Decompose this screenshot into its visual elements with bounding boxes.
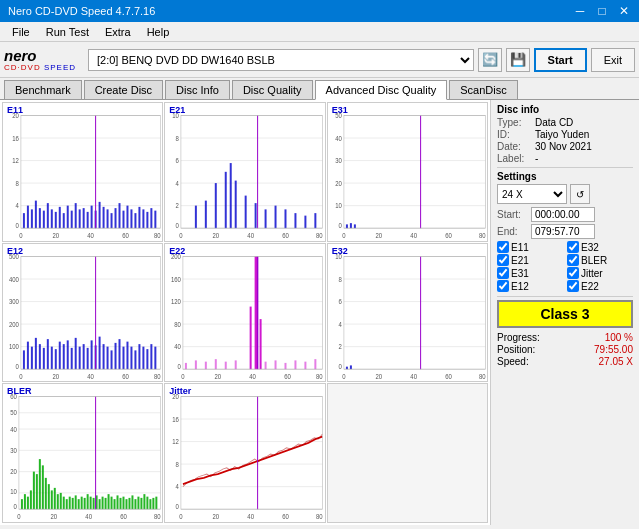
svg-text:80: 80 — [316, 232, 323, 240]
class-box: Class 3 — [497, 300, 633, 328]
svg-rect-85 — [181, 116, 322, 229]
svg-rect-192 — [315, 359, 317, 369]
svg-text:10: 10 — [173, 111, 180, 119]
checkbox-e11-label: E11 — [511, 242, 529, 253]
toolbar: nero CD·DVD SPEED [2:0] BENQ DVD DD DW16… — [0, 42, 639, 78]
svg-rect-263 — [105, 498, 107, 509]
drive-select[interactable]: [2:0] BENQ DVD DD DW1640 BSLB — [88, 49, 474, 71]
checkbox-e31[interactable] — [497, 267, 509, 279]
start-button[interactable]: Start — [534, 48, 587, 72]
info-id-label: ID: — [497, 129, 535, 140]
checkbox-e22[interactable] — [567, 280, 579, 292]
svg-text:20: 20 — [173, 393, 180, 401]
svg-text:20: 20 — [215, 372, 222, 380]
menubar: File Run Test Extra Help — [0, 22, 639, 42]
svg-rect-264 — [108, 494, 110, 509]
menu-runtest[interactable]: Run Test — [38, 24, 97, 40]
svg-text:0: 0 — [19, 372, 23, 380]
speed-select[interactable]: 24 X — [497, 184, 567, 204]
checkbox-e21[interactable] — [497, 254, 509, 266]
tab-advanced-disc-quality[interactable]: Advanced Disc Quality — [315, 80, 448, 100]
start-time-row: Start: 000:00.00 — [497, 207, 633, 222]
svg-rect-256 — [84, 498, 86, 509]
svg-rect-42 — [122, 211, 124, 229]
window-controls: ─ □ ✕ — [569, 0, 635, 22]
info-date-row: Date: 30 Nov 2021 — [497, 141, 633, 152]
minimize-button[interactable]: ─ — [569, 0, 591, 22]
svg-text:10: 10 — [10, 488, 17, 496]
svg-text:0: 0 — [17, 513, 21, 521]
checkbox-e31-label: E31 — [511, 268, 529, 279]
svg-rect-236 — [24, 494, 26, 509]
checkbox-e12-item: E12 — [497, 280, 563, 292]
svg-text:40: 40 — [248, 513, 255, 521]
svg-rect-212 — [346, 366, 348, 369]
svg-rect-273 — [134, 499, 136, 509]
right-panel: Disc info Type: Data CD ID: Taiyo Yuden … — [491, 100, 639, 525]
chart-jitter-svg: 20 16 12 8 4 0 0 20 40 60 80 — [165, 384, 324, 522]
svg-text:0: 0 — [16, 222, 20, 230]
svg-rect-155 — [142, 346, 144, 369]
svg-rect-41 — [119, 203, 121, 228]
svg-rect-257 — [87, 494, 89, 509]
info-type-value: Data CD — [535, 117, 573, 128]
svg-rect-80 — [285, 209, 287, 228]
svg-rect-188 — [275, 360, 277, 369]
svg-rect-146 — [107, 346, 109, 369]
svg-rect-270 — [125, 499, 127, 509]
logo-text: nero — [4, 48, 76, 63]
menu-help[interactable]: Help — [139, 24, 178, 40]
tab-disc-quality[interactable]: Disc Quality — [232, 80, 313, 99]
refresh-button[interactable]: 🔄 — [478, 48, 502, 72]
svg-rect-81 — [295, 213, 297, 228]
save-button[interactable]: 💾 — [506, 48, 530, 72]
svg-text:200: 200 — [171, 252, 181, 260]
window-title: Nero CD-DVD Speed 4.7.7.16 — [8, 5, 155, 17]
svg-text:400: 400 — [9, 275, 19, 283]
svg-text:8: 8 — [176, 460, 180, 468]
speed-value: 27.05 X — [599, 356, 633, 367]
svg-rect-50 — [154, 211, 156, 229]
tab-scandisc[interactable]: ScanDisc — [449, 80, 517, 99]
chart-bler: BLER 60 50 40 30 20 10 0 0 20 40 60 — [2, 383, 163, 523]
checkbox-bler[interactable] — [567, 254, 579, 266]
tab-disc-info[interactable]: Disc Info — [165, 80, 230, 99]
svg-text:8: 8 — [338, 275, 342, 283]
menu-file[interactable]: File — [4, 24, 38, 40]
svg-text:12: 12 — [173, 438, 180, 446]
checkbox-e11[interactable] — [497, 241, 509, 253]
checkbox-e32[interactable] — [567, 241, 579, 253]
svg-rect-130 — [43, 348, 45, 369]
checkbox-jitter[interactable] — [567, 267, 579, 279]
svg-rect-137 — [71, 348, 73, 369]
info-disc-label-label: Label: — [497, 153, 535, 164]
svg-rect-39 — [111, 213, 113, 228]
svg-rect-272 — [131, 496, 133, 510]
svg-text:30: 30 — [335, 156, 342, 164]
svg-rect-25 — [55, 212, 57, 228]
svg-rect-213 — [350, 365, 352, 369]
tab-create-disc[interactable]: Create Disc — [84, 80, 163, 99]
close-button[interactable]: ✕ — [613, 0, 635, 22]
progress-value: 100 % — [605, 332, 633, 343]
checkbox-e12[interactable] — [497, 280, 509, 292]
svg-rect-249 — [63, 497, 65, 510]
disc-info-title: Disc info — [497, 104, 633, 115]
svg-rect-132 — [51, 346, 53, 369]
divider1 — [497, 167, 633, 168]
speed-refresh-button[interactable]: ↺ — [570, 184, 590, 204]
speed-settings-row: 24 X ↺ — [497, 184, 633, 204]
checkbox-jitter-item: Jitter — [567, 267, 633, 279]
svg-rect-43 — [126, 206, 128, 229]
exit-button[interactable]: Exit — [591, 48, 635, 72]
svg-text:60: 60 — [283, 513, 290, 521]
tab-benchmark[interactable]: Benchmark — [4, 80, 82, 99]
svg-text:4: 4 — [16, 201, 20, 209]
chart-e32: E32 10 8 6 4 2 0 0 20 40 60 80 — [327, 243, 488, 383]
svg-text:120: 120 — [171, 297, 181, 305]
svg-text:16: 16 — [173, 415, 180, 423]
svg-rect-136 — [67, 340, 69, 369]
maximize-button[interactable]: □ — [591, 0, 613, 22]
menu-extra[interactable]: Extra — [97, 24, 139, 40]
svg-rect-23 — [47, 203, 49, 228]
